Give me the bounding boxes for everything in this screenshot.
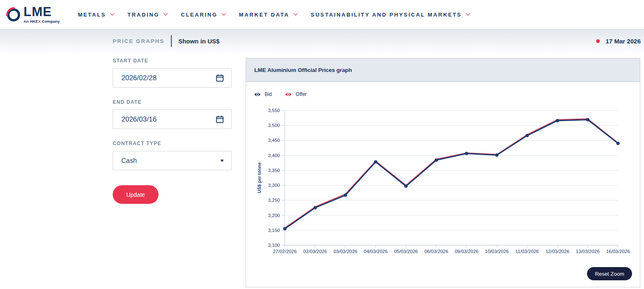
data-point[interactable]: [404, 184, 407, 188]
svg-text:3,350: 3,350: [268, 168, 280, 173]
data-point[interactable]: [344, 193, 347, 197]
nav-item-trading[interactable]: TRADING: [128, 12, 168, 18]
svg-text:3,150: 3,150: [268, 228, 280, 233]
current-date: 17 Mar 2026: [606, 38, 641, 45]
end-date-input[interactable]: 2026/03/16: [113, 110, 232, 129]
start-date-label: START DATE: [113, 58, 232, 64]
chart-panel-header: LME Aluminium Official Prices graph: [246, 58, 640, 82]
update-button[interactable]: Update: [113, 185, 159, 204]
top-nav: LME An HKEX Company METALS TRADING CLEAR…: [0, 0, 644, 29]
svg-text:03/03/2026: 03/03/2026: [334, 249, 358, 254]
contract-type-label: CONTRACT TYPE: [113, 141, 232, 146]
select-arrow-icon: [220, 160, 224, 162]
chevron-down-icon: [466, 13, 471, 16]
data-point[interactable]: [616, 142, 620, 145]
svg-text:04/03/2026: 04/03/2026: [364, 249, 388, 254]
series-line-offer: [285, 119, 618, 228]
contract-type-select[interactable]: Cash: [113, 151, 232, 170]
start-date-input[interactable]: 2026/02/28: [113, 68, 232, 88]
svg-text:3,200: 3,200: [268, 213, 280, 218]
svg-text:16/03/2026: 16/03/2026: [606, 249, 630, 254]
svg-text:3,400: 3,400: [268, 153, 280, 158]
logo-wordmark: LME: [24, 6, 60, 18]
legend-item-bid[interactable]: Bid: [254, 91, 272, 97]
calendar-icon[interactable]: [216, 74, 224, 82]
live-dot-icon: [596, 39, 600, 43]
nav-item-sustainability[interactable]: SUSTAINABILITY AND PHYSICAL MARKETS: [311, 12, 471, 18]
reset-zoom-button[interactable]: Reset Zoom: [587, 267, 632, 280]
chevron-down-icon: [110, 13, 115, 16]
data-point[interactable]: [556, 119, 559, 122]
chart-legend: Bid Offer: [254, 91, 307, 97]
svg-text:27/02/2026: 27/02/2026: [273, 249, 297, 254]
currency-note: Shown in US$: [178, 38, 220, 45]
chevron-down-icon: [163, 13, 168, 16]
svg-text:3,100: 3,100: [268, 243, 280, 248]
data-point[interactable]: [435, 158, 438, 162]
svg-text:3,500: 3,500: [268, 123, 280, 128]
data-point[interactable]: [374, 160, 377, 164]
svg-text:12/03/2026: 12/03/2026: [545, 249, 569, 254]
main-menu: METALS TRADING CLEARING MARKET DATA SUST…: [78, 12, 471, 18]
data-point[interactable]: [283, 227, 286, 230]
svg-text:09/03/2026: 09/03/2026: [455, 249, 478, 254]
logo-subtitle: An HKEX Company: [24, 19, 60, 24]
lme-logo-icon: [6, 6, 22, 23]
svg-text:05/03/2026: 05/03/2026: [394, 249, 418, 254]
svg-text:02/03/2026: 02/03/2026: [303, 249, 327, 254]
nav-item-metals[interactable]: METALS: [78, 12, 115, 18]
eye-icon: [254, 92, 261, 97]
filter-panel: START DATE 2026/02/28 END DATE 2026/03/1…: [113, 58, 232, 204]
chevron-down-icon: [221, 13, 226, 16]
chart-panel: LME Aluminium Official Prices graph Bid …: [246, 58, 640, 287]
legend-item-offer[interactable]: Offer: [285, 91, 306, 97]
svg-text:US$ per tonne: US$ per tonne: [257, 162, 262, 193]
svg-text:13/03/2026: 13/03/2026: [576, 249, 600, 254]
lme-logo[interactable]: LME An HKEX Company: [6, 6, 60, 24]
data-point[interactable]: [313, 206, 317, 209]
page-subheader: PRICE GRAPHS Shown in US$ 17 Mar 2026: [0, 29, 644, 53]
svg-text:10/03/2026: 10/03/2026: [485, 249, 509, 254]
data-point[interactable]: [586, 118, 590, 121]
svg-text:3,450: 3,450: [268, 138, 280, 143]
chevron-down-icon: [293, 13, 298, 16]
page-title: PRICE GRAPHS: [113, 38, 164, 44]
svg-text:06/03/2026: 06/03/2026: [424, 249, 448, 254]
svg-text:3,250: 3,250: [268, 198, 280, 203]
data-point[interactable]: [495, 153, 499, 157]
end-date-label: END DATE: [113, 99, 232, 105]
data-point[interactable]: [526, 134, 529, 137]
divider: [171, 35, 172, 47]
nav-item-clearing[interactable]: CLEARING: [181, 12, 226, 18]
svg-text:11/03/2026: 11/03/2026: [516, 249, 539, 254]
svg-text:3,550: 3,550: [268, 108, 280, 113]
nav-item-market-data[interactable]: MARKET DATA: [239, 12, 298, 18]
data-point[interactable]: [465, 152, 468, 155]
svg-text:3,300: 3,300: [268, 183, 280, 188]
chart-title: LME Aluminium Official Prices graph: [254, 67, 352, 73]
eye-icon: [285, 92, 292, 97]
series-line-bid: [285, 119, 618, 229]
calendar-icon[interactable]: [216, 115, 224, 123]
price-chart-svg[interactable]: 3,1003,1503,2003,2503,3003,3503,4003,450…: [246, 102, 640, 264]
